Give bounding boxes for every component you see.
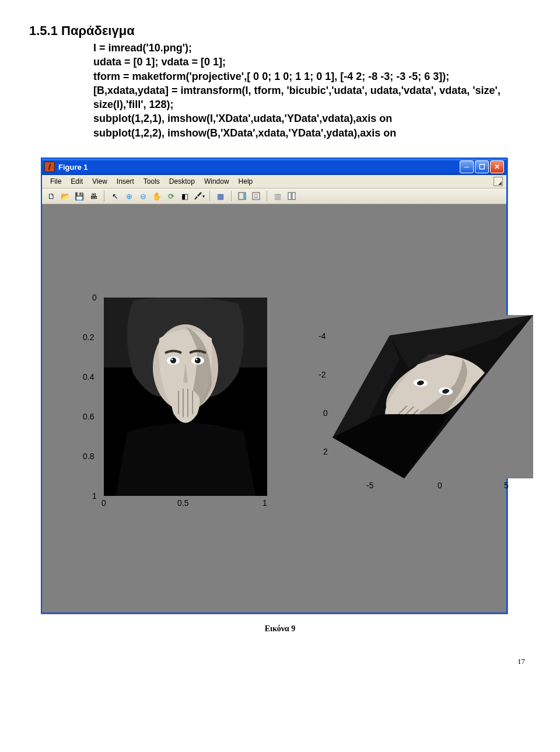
menu-file[interactable]: File xyxy=(46,176,66,187)
menu-edit[interactable]: Edit xyxy=(66,176,88,187)
svg-rect-6 xyxy=(288,193,291,200)
ytick: 2 xyxy=(323,447,328,456)
maximize-button[interactable]: ☐ xyxy=(475,160,489,173)
ytick: 0.6 xyxy=(83,412,94,421)
show-plot-tools-icon[interactable] xyxy=(286,190,298,202)
image-transformed xyxy=(332,315,533,478)
data-cursor-icon[interactable]: ◧ xyxy=(179,190,191,202)
minimize-button[interactable]: ─ xyxy=(460,160,474,173)
dock-icon[interactable] xyxy=(494,177,503,186)
code-line: [B,xdata,ydata] = imtransform(I, tform, … xyxy=(93,83,531,112)
xtick: 1 xyxy=(262,498,267,508)
ytick: 0 xyxy=(92,293,97,302)
menu-window[interactable]: Window xyxy=(200,176,234,187)
svg-point-16 xyxy=(196,359,198,361)
window-titlebar: Figure 1 ─ ☐ ✕ xyxy=(42,159,506,175)
brush-icon[interactable]: ▾ xyxy=(193,190,205,202)
code-line: tform = maketform('projective',[ 0 0; 1 … xyxy=(93,69,531,83)
app-icon xyxy=(44,162,55,172)
separator xyxy=(209,191,210,201)
xtick: 0.5 xyxy=(177,498,188,508)
ytick: 0.2 xyxy=(83,333,94,342)
figure-caption: Εικόνα 9 xyxy=(29,624,531,634)
print-icon[interactable]: 🖶 xyxy=(88,190,99,202)
ytick: 1 xyxy=(92,491,97,501)
window-title: Figure 1 xyxy=(58,163,460,172)
code-line: subplot(1,2,1), imshow(I,'XData',udata,'… xyxy=(93,111,531,125)
separator xyxy=(267,191,267,201)
xtick: 0 xyxy=(102,498,106,508)
code-block: I = imread('10.png'); udata = [0 1]; vda… xyxy=(93,41,531,140)
svg-rect-1 xyxy=(243,193,245,199)
insert-legend-icon[interactable] xyxy=(250,190,262,202)
zoom-out-icon[interactable]: ⊖ xyxy=(137,190,149,202)
link-icon[interactable]: ▦ xyxy=(215,190,226,202)
menu-help[interactable]: Help xyxy=(234,176,258,187)
save-icon[interactable]: 💾 xyxy=(74,190,85,202)
section-heading: 1.5.1 Παράδειγμα xyxy=(29,23,531,39)
insert-colorbar-icon[interactable] xyxy=(236,190,248,202)
code-line: I = imread('10.png'); xyxy=(93,41,531,55)
close-button[interactable]: ✕ xyxy=(490,160,504,173)
hide-plot-tools-icon[interactable]: ▥ xyxy=(272,190,284,202)
menu-view[interactable]: View xyxy=(88,176,112,187)
menu-tools[interactable]: Tools xyxy=(139,176,164,187)
svg-point-15 xyxy=(172,359,173,361)
ytick: -4 xyxy=(318,331,326,341)
ytick: 0.4 xyxy=(83,372,94,382)
figure-window: Figure 1 ─ ☐ ✕ File Edit View Insert Too… xyxy=(41,158,508,614)
separator xyxy=(104,191,104,201)
xtick: 0 xyxy=(438,481,442,490)
svg-point-13 xyxy=(170,358,176,363)
svg-point-14 xyxy=(195,358,201,363)
toolbar: 🗋 📂 💾 🖶 ↖ ⊕ ⊖ ✋ ⟳ ◧ ▾ ▦ ▥ xyxy=(42,188,506,204)
open-icon[interactable]: 📂 xyxy=(60,190,71,202)
separator xyxy=(231,191,232,201)
pan-icon[interactable]: ✋ xyxy=(151,190,163,202)
code-line: udata = [0 1]; vdata = [0 1]; xyxy=(93,55,531,69)
figure-canvas: 0 0.2 0.4 0.6 0.8 1 0 0.5 1 -4 -2 0 2 -5 xyxy=(42,204,506,613)
svg-rect-7 xyxy=(292,193,295,200)
page-number: 17 xyxy=(29,657,525,666)
xtick: -5 xyxy=(366,481,373,490)
code-line: subplot(1,2,2), imshow(B,'XData',xdata,'… xyxy=(93,126,531,140)
pointer-icon[interactable]: ↖ xyxy=(109,190,121,202)
ytick: 0 xyxy=(323,408,328,418)
xtick: 5 xyxy=(504,481,509,490)
image-original xyxy=(104,298,267,496)
menu-desktop[interactable]: Desktop xyxy=(164,176,200,187)
menu-bar: File Edit View Insert Tools Desktop Wind… xyxy=(42,175,506,188)
ytick: 0.8 xyxy=(83,452,94,461)
menu-insert[interactable]: Insert xyxy=(112,176,139,187)
ytick: -2 xyxy=(318,370,326,379)
new-file-icon[interactable]: 🗋 xyxy=(46,190,57,202)
rotate-icon[interactable]: ⟳ xyxy=(165,190,177,202)
subplot-2: -4 -2 0 2 -5 0 5 xyxy=(300,309,533,508)
subplot-1: 0 0.2 0.4 0.6 0.8 1 0 0.5 1 xyxy=(69,298,267,531)
zoom-in-icon[interactable]: ⊕ xyxy=(123,190,135,202)
